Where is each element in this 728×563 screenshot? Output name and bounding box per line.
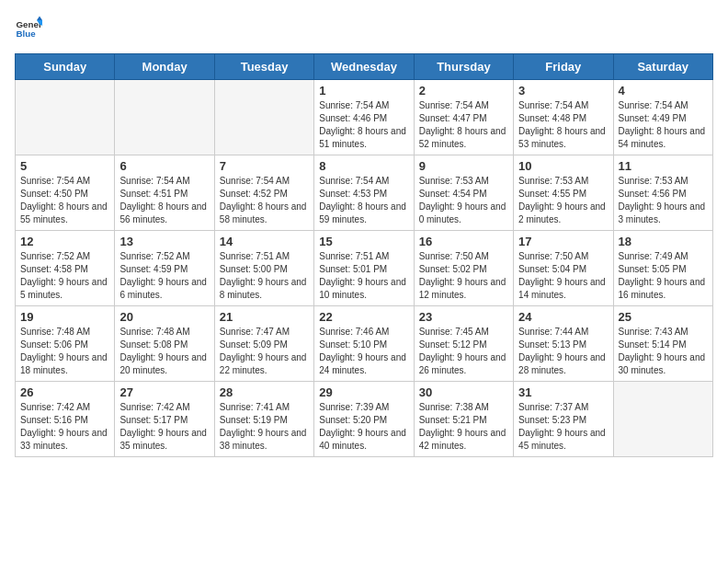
day-info: Sunrise: 7:42 AM Sunset: 5:16 PM Dayligh… <box>20 401 109 453</box>
day-number: 26 <box>20 385 109 399</box>
weekday-header-monday: Monday <box>115 54 214 80</box>
day-info: Sunrise: 7:54 AM Sunset: 4:52 PM Dayligh… <box>220 175 309 226</box>
day-number: 23 <box>419 310 508 324</box>
day-info: Sunrise: 7:48 AM Sunset: 5:08 PM Dayligh… <box>119 326 209 377</box>
day-number: 12 <box>20 235 109 248</box>
day-info: Sunrise: 7:42 AM Sunset: 5:17 PM Dayligh… <box>119 401 209 453</box>
day-cell <box>115 80 214 155</box>
day-cell: 29Sunrise: 7:39 AM Sunset: 5:20 PM Dayli… <box>314 382 414 457</box>
day-number: 22 <box>319 310 408 324</box>
weekday-header-saturday: Saturday <box>613 54 712 80</box>
day-cell: 20Sunrise: 7:48 AM Sunset: 5:08 PM Dayli… <box>115 306 214 382</box>
week-row-2: 5Sunrise: 7:54 AM Sunset: 4:50 PM Daylig… <box>16 155 713 231</box>
day-info: Sunrise: 7:52 AM Sunset: 4:59 PM Dayligh… <box>119 250 209 302</box>
day-cell: 1Sunrise: 7:54 AM Sunset: 4:46 PM Daylig… <box>314 80 414 155</box>
day-info: Sunrise: 7:49 AM Sunset: 5:05 PM Dayligh… <box>619 250 708 302</box>
day-cell: 3Sunrise: 7:54 AM Sunset: 4:48 PM Daylig… <box>514 80 613 155</box>
day-info: Sunrise: 7:37 AM Sunset: 5:23 PM Dayligh… <box>518 401 608 453</box>
day-number: 18 <box>619 235 708 248</box>
day-cell: 18Sunrise: 7:49 AM Sunset: 5:05 PM Dayli… <box>613 231 712 306</box>
week-row-3: 12Sunrise: 7:52 AM Sunset: 4:58 PM Dayli… <box>16 231 713 306</box>
day-cell: 23Sunrise: 7:45 AM Sunset: 5:12 PM Dayli… <box>414 306 513 382</box>
day-number: 14 <box>220 235 309 248</box>
day-info: Sunrise: 7:39 AM Sunset: 5:20 PM Dayligh… <box>319 401 408 453</box>
day-info: Sunrise: 7:47 AM Sunset: 5:09 PM Dayligh… <box>220 326 309 377</box>
day-cell: 19Sunrise: 7:48 AM Sunset: 5:06 PM Dayli… <box>16 306 115 382</box>
day-info: Sunrise: 7:50 AM Sunset: 5:02 PM Dayligh… <box>419 250 508 302</box>
day-info: Sunrise: 7:45 AM Sunset: 5:12 PM Dayligh… <box>419 326 508 377</box>
day-info: Sunrise: 7:54 AM Sunset: 4:53 PM Dayligh… <box>319 175 408 226</box>
day-cell: 7Sunrise: 7:54 AM Sunset: 4:52 PM Daylig… <box>214 155 313 231</box>
week-row-5: 26Sunrise: 7:42 AM Sunset: 5:16 PM Dayli… <box>16 382 713 457</box>
day-info: Sunrise: 7:50 AM Sunset: 5:04 PM Dayligh… <box>518 250 608 302</box>
svg-marker-2 <box>37 17 42 21</box>
day-cell: 22Sunrise: 7:46 AM Sunset: 5:10 PM Dayli… <box>314 306 414 382</box>
day-number: 7 <box>220 159 309 173</box>
header: General Blue <box>15 15 713 42</box>
day-number: 13 <box>119 235 209 248</box>
calendar: SundayMondayTuesdayWednesdayThursdayFrid… <box>15 53 713 457</box>
day-cell: 6Sunrise: 7:54 AM Sunset: 4:51 PM Daylig… <box>115 155 214 231</box>
day-number: 28 <box>220 385 309 399</box>
day-number: 24 <box>518 310 608 324</box>
day-number: 21 <box>220 310 309 324</box>
day-number: 1 <box>319 84 408 98</box>
weekday-header-friday: Friday <box>514 54 613 80</box>
day-cell: 10Sunrise: 7:53 AM Sunset: 4:55 PM Dayli… <box>514 155 613 231</box>
day-cell: 27Sunrise: 7:42 AM Sunset: 5:17 PM Dayli… <box>115 382 214 457</box>
weekday-header-thursday: Thursday <box>414 54 513 80</box>
day-number: 10 <box>518 159 608 173</box>
day-number: 6 <box>119 159 209 173</box>
svg-text:Blue: Blue <box>17 29 37 39</box>
day-info: Sunrise: 7:43 AM Sunset: 5:14 PM Dayligh… <box>619 326 708 377</box>
day-cell: 9Sunrise: 7:53 AM Sunset: 4:54 PM Daylig… <box>414 155 513 231</box>
day-cell: 16Sunrise: 7:50 AM Sunset: 5:02 PM Dayli… <box>414 231 513 306</box>
day-cell: 17Sunrise: 7:50 AM Sunset: 5:04 PM Dayli… <box>514 231 613 306</box>
day-info: Sunrise: 7:54 AM Sunset: 4:51 PM Dayligh… <box>119 175 209 226</box>
day-cell: 30Sunrise: 7:38 AM Sunset: 5:21 PM Dayli… <box>414 382 513 457</box>
day-number: 11 <box>619 159 708 173</box>
day-cell: 26Sunrise: 7:42 AM Sunset: 5:16 PM Dayli… <box>16 382 115 457</box>
day-number: 20 <box>119 310 209 324</box>
day-number: 2 <box>419 84 508 98</box>
day-cell <box>214 80 313 155</box>
weekday-header-sunday: Sunday <box>16 54 115 80</box>
weekday-header-wednesday: Wednesday <box>314 54 414 80</box>
day-info: Sunrise: 7:54 AM Sunset: 4:50 PM Dayligh… <box>20 175 109 226</box>
day-number: 8 <box>319 159 408 173</box>
day-info: Sunrise: 7:54 AM Sunset: 4:47 PM Dayligh… <box>419 99 508 151</box>
day-cell: 31Sunrise: 7:37 AM Sunset: 5:23 PM Dayli… <box>514 382 613 457</box>
day-cell: 14Sunrise: 7:51 AM Sunset: 5:00 PM Dayli… <box>214 231 313 306</box>
day-number: 31 <box>518 385 608 399</box>
day-info: Sunrise: 7:44 AM Sunset: 5:13 PM Dayligh… <box>518 326 608 377</box>
week-row-4: 19Sunrise: 7:48 AM Sunset: 5:06 PM Dayli… <box>16 306 713 382</box>
day-info: Sunrise: 7:54 AM Sunset: 4:49 PM Dayligh… <box>619 99 708 151</box>
day-number: 25 <box>619 310 708 324</box>
day-number: 15 <box>319 235 408 248</box>
day-number: 19 <box>20 310 109 324</box>
day-cell: 8Sunrise: 7:54 AM Sunset: 4:53 PM Daylig… <box>314 155 414 231</box>
day-cell <box>16 80 115 155</box>
weekday-header-row: SundayMondayTuesdayWednesdayThursdayFrid… <box>16 54 713 80</box>
day-info: Sunrise: 7:48 AM Sunset: 5:06 PM Dayligh… <box>20 326 109 377</box>
day-cell: 12Sunrise: 7:52 AM Sunset: 4:58 PM Dayli… <box>16 231 115 306</box>
day-number: 9 <box>419 159 508 173</box>
day-info: Sunrise: 7:53 AM Sunset: 4:56 PM Dayligh… <box>619 175 708 226</box>
day-info: Sunrise: 7:51 AM Sunset: 5:01 PM Dayligh… <box>319 250 408 302</box>
day-number: 4 <box>619 84 708 98</box>
day-info: Sunrise: 7:52 AM Sunset: 4:58 PM Dayligh… <box>20 250 109 302</box>
day-cell: 5Sunrise: 7:54 AM Sunset: 4:50 PM Daylig… <box>16 155 115 231</box>
day-number: 30 <box>419 385 508 399</box>
day-info: Sunrise: 7:46 AM Sunset: 5:10 PM Dayligh… <box>319 326 408 377</box>
day-info: Sunrise: 7:53 AM Sunset: 4:55 PM Dayligh… <box>518 175 608 226</box>
day-number: 27 <box>119 385 209 399</box>
logo-icon: General Blue <box>15 15 42 42</box>
day-info: Sunrise: 7:53 AM Sunset: 4:54 PM Dayligh… <box>419 175 508 226</box>
day-info: Sunrise: 7:38 AM Sunset: 5:21 PM Dayligh… <box>419 401 508 453</box>
logo: General Blue <box>15 15 42 42</box>
day-info: Sunrise: 7:54 AM Sunset: 4:48 PM Dayligh… <box>518 99 608 151</box>
day-cell: 21Sunrise: 7:47 AM Sunset: 5:09 PM Dayli… <box>214 306 313 382</box>
week-row-1: 1Sunrise: 7:54 AM Sunset: 4:46 PM Daylig… <box>16 80 713 155</box>
day-info: Sunrise: 7:51 AM Sunset: 5:00 PM Dayligh… <box>220 250 309 302</box>
day-info: Sunrise: 7:41 AM Sunset: 5:19 PM Dayligh… <box>220 401 309 453</box>
